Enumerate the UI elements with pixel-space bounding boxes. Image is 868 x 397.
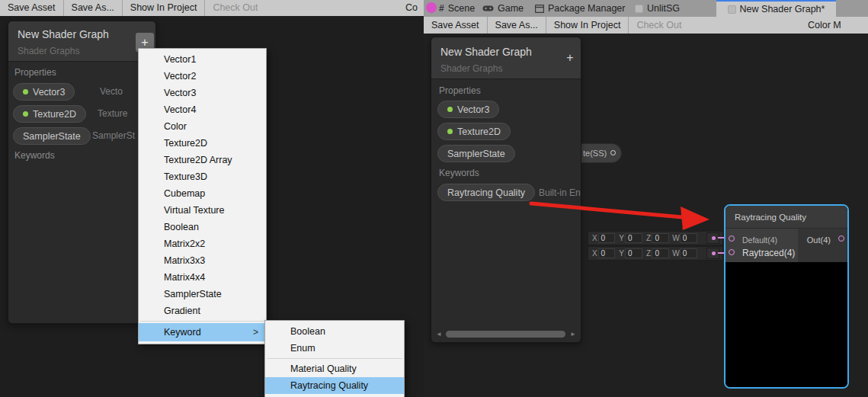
keyword-submenu: Boolean Enum Material Quality Raytracing…: [264, 320, 405, 397]
exposed-dot-icon: [23, 89, 28, 94]
right-blackboard-header: New Shader Graph Shader Graphs +: [431, 37, 581, 79]
tab-scene[interactable]: # Scene: [439, 0, 475, 17]
save-asset-button[interactable]: Save Asset: [424, 17, 488, 34]
exposed-dot-icon: [447, 107, 453, 112]
property-pill-samplerstate[interactable]: SamplerState: [437, 145, 515, 162]
menu-item-color[interactable]: Color: [139, 118, 266, 135]
y-value-field[interactable]: 0: [625, 233, 642, 243]
screen: Save Asset Save As... Show In Project Ch…: [0, 0, 868, 397]
submenu-item-boolean[interactable]: Boolean: [265, 323, 404, 340]
menu-item-vector1[interactable]: Vector1: [139, 51, 266, 68]
property-pill-texture2d[interactable]: Texture2D: [437, 123, 511, 140]
properties-section-label: Properties: [14, 67, 56, 78]
vector4-input-row: X0 Y0 Z0 W0: [588, 231, 723, 245]
right-blackboard: New Shader Graph Shader Graphs + Propert…: [431, 37, 581, 343]
scene-grid-icon: #: [439, 3, 444, 14]
node-title: Raytracing Quality: [725, 206, 847, 229]
submenu-arrow-icon: >: [253, 323, 258, 341]
tab-new-shader-graph[interactable]: New Shader Graph*: [716, 0, 836, 17]
menu-item-gradient[interactable]: Gradient: [139, 303, 266, 319]
menu-item-cubemap[interactable]: Cubemap: [139, 185, 266, 202]
property-pill-vector3[interactable]: Vector3: [13, 83, 75, 101]
tab-unlitsg[interactable]: UnlitSG: [635, 0, 680, 17]
scroll-left-icon[interactable]: ◄: [435, 331, 443, 338]
property-pill-vector3[interactable]: Vector3: [437, 101, 499, 118]
axis-label-x: X: [591, 234, 598, 242]
keywords-section-label: Keywords: [439, 168, 479, 178]
menu-item-boolean[interactable]: Boolean: [139, 219, 266, 235]
scrollbar-thumb[interactable]: [446, 331, 565, 338]
input-label-default: Default(4): [742, 235, 777, 245]
menu-item-matrix2x2[interactable]: Matrix2x2: [139, 235, 266, 252]
scroll-right-icon[interactable]: ►: [569, 331, 577, 338]
keyword-pill-raytracing-quality[interactable]: Raytracing Quality: [437, 184, 535, 201]
add-property-button[interactable]: +: [562, 50, 578, 66]
left-toolbar: Save Asset Save As... Show In Project Ch…: [0, 0, 424, 16]
z-value-field[interactable]: 0: [652, 248, 669, 258]
vector4-input-row: X0 Y0 Z0 W0: [588, 246, 723, 261]
menu-item-texture2d[interactable]: Texture2D: [139, 135, 266, 152]
node-ports: Default(4) Raytraced(4) Out(4): [725, 229, 847, 262]
property-pill-label: Texture2D: [457, 126, 501, 137]
menu-item-samplerstate[interactable]: SamplerState: [139, 286, 266, 303]
tab-package-manager[interactable]: Package Manager: [535, 0, 625, 17]
menu-item-vector3[interactable]: Vector3: [139, 85, 266, 101]
property-pill-texture2d[interactable]: Texture2D: [13, 105, 86, 123]
input-port-raytraced-icon[interactable]: [729, 249, 735, 255]
port-dot-icon: [712, 251, 716, 255]
x-value-field[interactable]: 0: [598, 248, 616, 258]
pink-sphere-icon: [426, 2, 437, 13]
tab-label: Game: [498, 3, 524, 14]
show-in-project-button[interactable]: Show In Project: [546, 17, 629, 34]
property-pill-samplerstate[interactable]: SamplerState: [13, 127, 91, 145]
property-type-clipped: Texture: [98, 108, 127, 119]
save-as-button[interactable]: Save As...: [64, 0, 123, 16]
menu-item-texture2d-array[interactable]: Texture2D Array: [139, 152, 266, 168]
input-port-default-icon[interactable]: [729, 235, 735, 242]
save-asset-button[interactable]: Save Asset: [0, 0, 64, 16]
gamepad-icon: [482, 5, 494, 12]
graph-title: New Shader Graph: [18, 28, 109, 40]
submenu-item-material-quality[interactable]: Material Quality: [265, 360, 404, 377]
menu-item-virtual-texture[interactable]: Virtual Texture: [139, 202, 266, 219]
tab-game[interactable]: Game: [482, 0, 524, 17]
check-out-button[interactable]: Check Out: [629, 17, 689, 34]
menu-separator: [140, 321, 264, 322]
output-port-icon[interactable]: [838, 235, 844, 242]
show-in-project-button[interactable]: Show In Project: [123, 0, 206, 16]
scrollbar-track[interactable]: [443, 330, 569, 338]
menu-item-keyword[interactable]: Keyword >: [139, 323, 266, 341]
axis-label-w: W: [672, 249, 679, 258]
raytracing-quality-node[interactable]: Raytracing Quality Default(4) Raytraced(…: [724, 204, 849, 389]
input-label-raytraced: Raytraced(4): [742, 248, 795, 258]
menu-item-vector4[interactable]: Vector4: [139, 101, 266, 118]
axis-label-z: Z: [645, 249, 652, 258]
menu-item-label: Keyword: [164, 327, 201, 338]
tab-label: New Shader Graph*: [740, 4, 825, 14]
property-type-clipped: SamplerSt: [92, 130, 135, 141]
keyword-pill-label: Raytracing Quality: [447, 187, 525, 198]
save-as-button[interactable]: Save As...: [488, 17, 546, 34]
submenu-item-enum[interactable]: Enum: [265, 340, 404, 357]
horizontal-scrollbar[interactable]: ◄ ►: [435, 329, 577, 339]
graph-subtitle: Shader Graphs: [440, 63, 502, 74]
menu-item-texture3d[interactable]: Texture3D: [139, 168, 266, 185]
property-pill-label: Vector3: [33, 87, 65, 98]
output-port-icon[interactable]: [610, 150, 616, 155]
property-type-menu: Vector1 Vector2 Vector3 Vector4 Color Te…: [138, 48, 267, 344]
w-value-field[interactable]: 0: [680, 233, 697, 243]
w-value-field[interactable]: 0: [680, 248, 697, 258]
graph-title: New Shader Graph: [440, 46, 532, 58]
axis-label-z: Z: [645, 234, 652, 242]
z-value-field[interactable]: 0: [652, 233, 669, 243]
property-pill-label: SamplerState: [447, 149, 505, 159]
check-out-button[interactable]: Check Out: [205, 0, 265, 16]
menu-item-matrix3x3[interactable]: Matrix3x3: [139, 252, 266, 269]
menu-item-matrix4x4[interactable]: Matrix4x4: [139, 269, 266, 286]
submenu-item-raytracing-quality[interactable]: Raytracing Quality: [265, 377, 404, 394]
left-blackboard: New Shader Graph Shader Graphs + Propert…: [8, 21, 156, 324]
samplerstate-node-clipped[interactable]: te(SS): [576, 143, 622, 163]
x-value-field[interactable]: 0: [598, 233, 616, 243]
y-value-field[interactable]: 0: [625, 248, 642, 258]
menu-item-vector2[interactable]: Vector2: [139, 68, 266, 85]
